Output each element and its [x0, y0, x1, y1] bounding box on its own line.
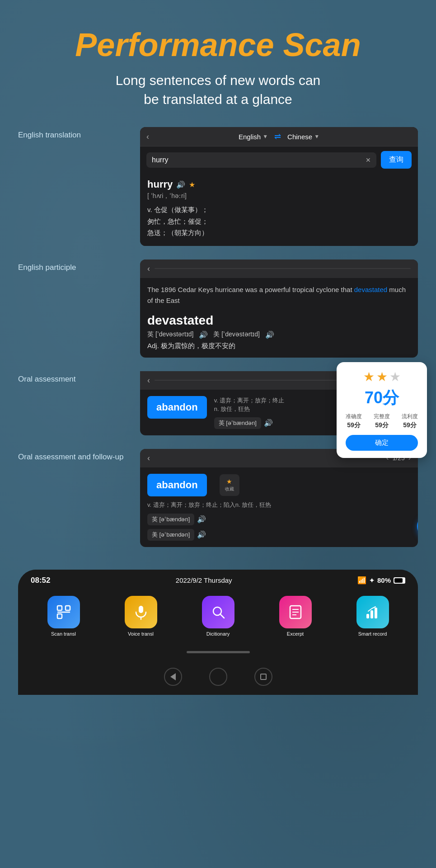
- word-result: hurry 🔊 ★ [ ˈhʌri，ˈhəːri] v. 仓促（做某事）； 匆忙…: [140, 173, 418, 246]
- definition-text: v. 仓促（做某事）； 匆忙，急忙；催促； 急送；（朝某方向）: [147, 204, 411, 239]
- confirm-button[interactable]: 确定: [346, 435, 418, 451]
- speaker-icon[interactable]: 🔊: [176, 180, 185, 189]
- stars-row: ★ ★ ★: [346, 369, 418, 384]
- status-right: 📶 ✦ 80%: [357, 576, 405, 585]
- bookmark-icon: ★: [226, 478, 232, 485]
- wifi-icon: 📶: [357, 576, 366, 585]
- scan-transl-icon: [47, 596, 80, 628]
- star-icon[interactable]: ★: [189, 180, 195, 189]
- word-block: devastated 英 [ˈdevəstərtɪd] 🔊 美 [ˈdevəst…: [140, 310, 418, 358]
- us-phonetic-row: 美 [əˈbændən] 🔊: [147, 529, 411, 541]
- svg-line-7: [220, 614, 224, 618]
- physical-buttons: [18, 660, 418, 695]
- back-arrow-followup[interactable]: ‹: [147, 453, 150, 463]
- score-completeness: 完整度 59分: [374, 413, 390, 429]
- word-title: hurry: [147, 179, 173, 190]
- followup-content: abandon ★ 收藏 v. 遗弃；离开；放弃；终止；陷入n. 放任，狂热 英…: [140, 467, 418, 547]
- smart-record-icon: [356, 596, 389, 628]
- voice-transl-icon: [125, 596, 157, 628]
- svg-rect-14: [375, 608, 377, 618]
- feature-row-followup: Oral assessment and follow-up ‹ ‹ 1/25 ›…: [18, 449, 418, 547]
- search-input-wrapper[interactable]: hurry ✕: [146, 152, 376, 168]
- excerpt-label: Excerpt: [287, 631, 304, 637]
- oral-phonetic-chip: 英 [əˈbændən]: [214, 417, 261, 429]
- uk-speaker-followup[interactable]: 🔊: [197, 515, 206, 524]
- translation-header: ‹ English ▼ ⇌ Chinese ▼: [140, 127, 418, 146]
- feature-label-oral: Oral assessment: [18, 371, 136, 384]
- page-title: Performance Scan: [18, 27, 418, 63]
- us-speaker-followup[interactable]: 🔊: [197, 530, 206, 539]
- bookmark-label: 收藏: [225, 486, 234, 492]
- score-details: 准确度 59分 完整度 59分 流利度 59分: [346, 413, 418, 429]
- nav-recents-btn[interactable]: [254, 668, 272, 686]
- uk-speaker-icon[interactable]: 🔊: [199, 330, 208, 339]
- translation-card: ‹ English ▼ ⇌ Chinese ▼ hurry ✕ 查询: [140, 127, 418, 246]
- participle-word: devastated: [147, 313, 411, 328]
- clear-btn[interactable]: ✕: [366, 156, 371, 164]
- followup-word-badge: abandon: [147, 474, 207, 496]
- battery-icon: [394, 577, 405, 584]
- bookmark-btn[interactable]: ★ 收藏: [220, 474, 239, 496]
- svg-rect-4: [139, 606, 143, 613]
- accuracy-label: 准确度: [346, 413, 362, 420]
- feature-row-translation: English translation ‹ English ▼ ⇌ Chines…: [18, 127, 418, 246]
- score-fluency: 流利度 59分: [402, 413, 418, 429]
- bluetooth-icon: ✦: [369, 577, 375, 584]
- dock-dictionary[interactable]: Dicitionary: [182, 596, 254, 637]
- svg-rect-2: [66, 606, 70, 610]
- phone-bottom: 08:52 2022/9/2 Thursday 📶 ✦ 80%: [18, 570, 418, 695]
- status-bar: 08:52 2022/9/2 Thursday 📶 ✦ 80%: [18, 570, 418, 590]
- svg-rect-12: [366, 614, 369, 618]
- score-main: 70分: [346, 387, 418, 409]
- completeness-value: 59分: [374, 421, 390, 429]
- lang-from-btn[interactable]: English ▼: [239, 133, 268, 141]
- swap-lang-icon[interactable]: ⇌: [274, 132, 281, 142]
- uk-phonetic-chip: 英 [əˈbændən]: [147, 514, 194, 525]
- dock-voice-transl[interactable]: Voice transl: [104, 596, 177, 637]
- scan-transl-label: Scan transl: [51, 631, 76, 637]
- pronunciation-row: 英 [ˈdevəstərtɪd] 🔊 美 [ˈdevəstərtɪd] 🔊: [147, 330, 411, 339]
- star-2: ★: [376, 369, 388, 384]
- oral-speaker-icon[interactable]: 🔊: [264, 419, 273, 427]
- word-title-row: hurry 🔊 ★: [147, 179, 411, 190]
- feature-row-participle: English participle ‹ The 1896 Cedar Keys…: [18, 259, 418, 358]
- star-3: ★: [389, 369, 401, 384]
- home-indicator: [18, 647, 418, 660]
- highlighted-word: devastated: [354, 286, 387, 293]
- feature-label-followup: Oral assessment and follow-up: [18, 449, 136, 462]
- word-row-followup: abandon ★ 收藏: [147, 474, 411, 496]
- back-arrow-oral[interactable]: ‹: [147, 376, 150, 385]
- header-section: Performance Scan Long sentences of new w…: [18, 27, 418, 109]
- back-arrow-icon[interactable]: ‹: [146, 132, 149, 142]
- back-arrow-participle[interactable]: ‹: [147, 264, 150, 274]
- excerpt-icon: [279, 596, 312, 628]
- back-chevron: [170, 673, 176, 680]
- followup-definition: v. 遗弃；离开；放弃；终止；陷入n. 放任，狂热: [147, 501, 411, 509]
- lang-to-btn[interactable]: Chinese ▼: [287, 133, 319, 141]
- dock-smart-record[interactable]: Smart record: [336, 596, 409, 637]
- feature-row-oral: Oral assessment ‹ abandon v. 遗弃；离开；放弃；终止…: [18, 371, 418, 435]
- completeness-label: 完整度: [374, 413, 390, 420]
- nav-back-btn[interactable]: [164, 668, 182, 686]
- dock-scan-transl[interactable]: Scan transl: [27, 596, 100, 637]
- dictionary-label: Dicitionary: [206, 631, 230, 637]
- svg-rect-1: [57, 614, 62, 618]
- query-button[interactable]: 查询: [381, 151, 412, 169]
- dictionary-icon: [202, 596, 234, 628]
- status-date: 2022/9/2 Thursday: [176, 576, 232, 584]
- feature-label-participle: English participle: [18, 259, 136, 272]
- score-popup: ★ ★ ★ 70分 准确度 59分 完整度 59分: [337, 362, 427, 458]
- features-section: English translation ‹ English ▼ ⇌ Chines…: [18, 127, 418, 547]
- svg-rect-0: [57, 606, 62, 610]
- dock-excerpt[interactable]: Excerpt: [259, 596, 332, 637]
- nav-home-btn[interactable]: [209, 668, 227, 686]
- participle-card: ‹ The 1896 Cedar Keys hurricane was a po…: [140, 259, 418, 358]
- oral-card: ‹ abandon v. 遗弃；离开；放弃；终止 n. 放任，狂热 英 [əˈb…: [140, 371, 418, 435]
- accuracy-value: 59分: [346, 421, 362, 429]
- phonetic-rows: 英 [əˈbændən] 🔊 美 [əˈbændən] 🔊: [147, 514, 411, 541]
- battery-percent: 80%: [377, 576, 391, 584]
- star-1: ★: [363, 369, 375, 384]
- status-time: 08:52: [31, 576, 50, 585]
- score-accuracy: 准确度 59分: [346, 413, 362, 429]
- us-speaker-icon[interactable]: 🔊: [265, 330, 274, 339]
